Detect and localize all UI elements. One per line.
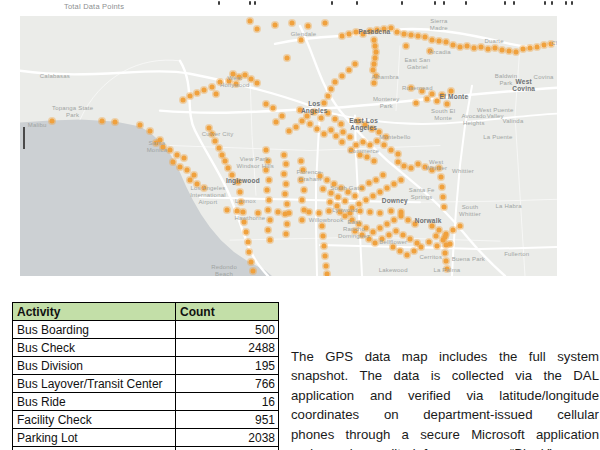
map-place-label: South Whittier [459,204,481,218]
map-place-label: Montebello [379,133,410,140]
map-place-label: Malibu [28,122,47,129]
count-cell: 2038 [176,429,279,447]
map-place-label: Florence- Graham [296,169,323,183]
map-place-label: East Los Angeles [349,116,378,131]
map-figure: CalabasasTopanga State ParkMalibuGlendal… [20,16,557,276]
table-row: Bus Boarding500 [13,321,279,339]
map-place-label: La Puente [483,133,512,140]
cropped-glyph-mark [218,1,220,5]
figure-title: Total Data Points [64,2,124,11]
table-row: Bus Division195 [13,357,279,375]
map-edge-artifact [23,127,25,149]
activity-count-table: Activity Count Bus Boarding500Bus Check2… [12,302,279,450]
activity-cell: Bus Division [13,357,176,375]
paragraph-line: The GPS data map includes the full syste… [291,347,599,366]
map-place-label: Downey [382,197,408,204]
count-cell: 951 [176,411,279,429]
map-place-label: Lynwood [332,206,357,213]
cropped-glyph-mark [401,1,403,5]
activity-cell: Platform Check [13,447,176,450]
paragraph-line: snapshot. The data is collected via the … [291,366,599,385]
map-place-label: View Park- Windsor Hills [236,156,274,170]
activity-column-header: Activity [13,303,176,321]
activity-cell: Facility Check [13,411,176,429]
count-cell: 195 [176,357,279,375]
map-place-label: Inglewood [226,177,260,184]
map-place-label: El Monte [440,93,469,100]
cropped-glyph-mark [249,1,251,5]
map-place-label: South El Monte [431,108,455,122]
cropped-glyph-mark [544,1,546,5]
map-place-label: Hawthorne [234,214,265,221]
map-place-label: Lakewood [379,266,408,273]
paragraph-line: coordinates on department-issued cellula… [291,405,599,424]
map-place-label: Whittier [452,167,474,174]
map-place-label: Los Angeles [301,100,328,115]
count-cell: 766 [176,375,279,393]
map-place-label: Fullerton [504,250,529,257]
map-place-label: Covina [534,74,554,81]
map-place-label: West Hollywood [220,75,249,89]
count-cell: 16 [176,393,279,411]
cropped-glyph-mark [565,1,567,5]
activity-cell: Parking Lot [13,429,176,447]
map-place-label: Redondo Beach [211,264,237,276]
count-cell: 2488 [176,339,279,357]
map-place-label: Buena Park [452,256,485,263]
cropped-glyph-mark [551,1,553,5]
map-place-label: Los Angeles International Airport [190,185,226,206]
map-place-label: Cerritos [419,253,442,260]
paragraph-line: phones through a secure Microsoft applic… [291,425,599,444]
map-place-label: South Gate [330,184,362,191]
body-paragraph: The GPS data map includes the full syste… [291,347,599,450]
map-place-label: West Covina [512,77,535,92]
table-row: Facility Check951 [13,411,279,429]
cropped-glyph-mark [331,1,333,5]
map-labels-layer: CalabasasTopanga State ParkMalibuGlendal… [20,16,557,276]
map-place-label: Duarte [485,37,504,44]
map-place-label: La Habra [496,202,522,209]
cropped-glyph-mark [443,1,445,5]
cropped-glyph-mark [254,1,256,5]
paragraph-line: and can be audited for accuracy. “Blank”… [291,444,599,450]
map-place-label: Alhambra [372,74,399,81]
map-place-label: Cl [551,39,557,46]
cropped-glyph-mark [571,1,573,5]
paragraph-line: application and verified via latitude/lo… [291,386,599,405]
cropped-glyph-mark [504,1,506,5]
cropped-glyph-mark [356,1,358,5]
table-row: Bus Layover/Transit Center766 [13,375,279,393]
map-place-label: Commerce [348,148,379,155]
activity-cell: Bus Boarding [13,321,176,339]
map-place-label: Santa Monica [147,140,168,154]
map-place-label: Topanga State Park [52,105,93,119]
map-place-label: Santa Fe Springs [409,187,435,201]
map-place-label: Monterey Park [373,96,400,110]
cropped-glyph-mark [465,1,467,5]
activity-cell: Bus Ride [13,393,176,411]
map-place-label: Lennox [235,198,256,205]
map-place-label: West Whittier [425,159,447,173]
map-place-label: Rosemead [402,84,433,91]
map-place-label: Sierra Madre [430,18,448,32]
report-page: Total Data Points [0,0,600,450]
table-row: Parking Lot2038 [13,429,279,447]
table-body: Bus Boarding500Bus Check2488Bus Division… [13,321,279,450]
map-place-label: Norwalk [415,218,442,225]
map-place-label: Arcadia [429,49,451,56]
count-cell: 500 [176,321,279,339]
table-row: Bus Check2488 [13,339,279,357]
map-place-label: East San Gabriel [404,57,430,71]
map-place-label: Valinda [502,118,523,125]
count-cell: 4125 [176,447,279,450]
map-place-label: Bellflower [379,239,407,246]
table-header-row: Activity Count [13,303,279,321]
count-column-header: Count [176,303,279,321]
activity-cell: Bus Check [13,339,176,357]
map-place-label: La Palma [433,266,460,273]
map-place-label: East Rancho Dominguez [338,219,370,240]
cropped-glyph-mark [513,1,515,5]
activity-table-wrap: Activity Count Bus Boarding500Bus Check2… [12,302,279,450]
table-row: Platform Check4125 [13,447,279,450]
map-place-label: Calabasas [40,72,70,79]
